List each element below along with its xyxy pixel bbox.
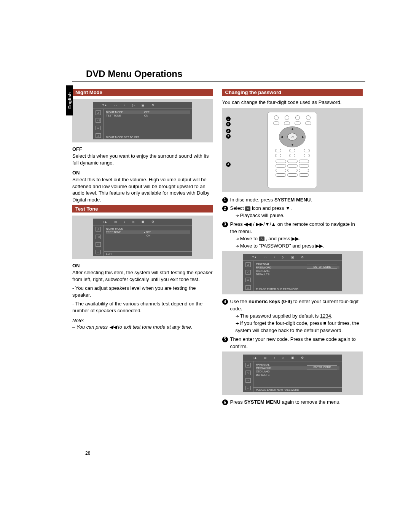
mute-icon: ◁ xyxy=(96,235,101,239)
enter-code-box: ENTER CODE xyxy=(307,365,337,369)
speaker-icon: A xyxy=(259,236,264,241)
step-4: 4 xyxy=(222,299,228,305)
remote-dpad: OK ▲ ▼ ◀ ▶ xyxy=(279,126,306,147)
callout-4: 4 xyxy=(226,162,231,167)
osd-item: DEFAULTS xyxy=(256,273,269,276)
osd-item: DEFAULTS xyxy=(256,374,269,376)
right-column: Changing the password You can change the… xyxy=(222,89,363,407)
on2-p1: After selecting this item, the system wi… xyxy=(72,269,213,283)
step-2: 2 xyxy=(222,206,228,211)
speaker-icon: A xyxy=(96,110,101,115)
step-5: 5 xyxy=(222,337,228,342)
osd-status: LEFT xyxy=(104,251,192,256)
on-heading: ON xyxy=(72,170,213,176)
language-tab: English xyxy=(66,85,73,115)
password-steps: 1 In disc mode, press SYSTEM MENU. 2 Sel… xyxy=(222,197,363,250)
remote-button xyxy=(273,121,279,125)
osd-item: PARENTAL xyxy=(256,363,269,366)
callout-3: 3 xyxy=(226,134,231,139)
off-heading: OFF xyxy=(72,146,213,152)
osd-item: OSD LANG xyxy=(256,370,269,373)
callout-1: 1 xyxy=(226,117,231,121)
home-icon: ⌂ xyxy=(96,250,101,254)
subtitle-icon: ▭ xyxy=(96,126,101,130)
enter-code-box: ENTER CODE xyxy=(307,265,337,269)
page-number: 28 xyxy=(85,451,90,456)
osd-item: OSD LANG xyxy=(256,270,269,272)
osd-row-label: TEST TONE xyxy=(106,114,133,117)
osd-row-value: ON xyxy=(147,234,151,237)
osd-status: PLEASE ENTER OLD PASSWORD xyxy=(253,287,342,291)
section-test-tone: Test Tone xyxy=(72,205,213,212)
ok-button: OK xyxy=(287,133,297,141)
remote-figure: 1 6 2 3 4 OK ▲ ▼ xyxy=(222,108,363,192)
step-6: 6 xyxy=(222,399,228,405)
on2-heading: ON xyxy=(72,263,213,268)
callout-6: 6 xyxy=(226,122,231,126)
osd-test-tone: T▲▭♪▷▣⚙ A ◁ ▭ ⌂ NIGHT MODE TEST TONE• OF… xyxy=(72,216,213,259)
osd-item: PARENTAL xyxy=(256,263,269,265)
osd-row-value: ON xyxy=(144,114,148,117)
osd-night-mode: T▲▭♪▷▣⚙ A ◁ ▭ ⌂ NIGHT MODEOFF TEST TONEO… xyxy=(72,99,213,142)
title-rule xyxy=(72,81,365,82)
subtitle-icon: ▭ xyxy=(96,242,101,247)
osd-row-label: NIGHT MODE xyxy=(106,111,133,113)
osd-sidebar: A ◁ ▭ ⌂ xyxy=(93,109,104,139)
step-3: 3 xyxy=(222,222,228,227)
step-1: 1 xyxy=(222,197,228,203)
osd-password-new: T▲▭♪▷▣⚙ A◁▭⌂ PARENTAL PASSWORD OSD LANG … xyxy=(222,351,363,395)
osd-top-icons: T▲▭♪▷▣⚙ xyxy=(93,102,192,109)
page-title: DVD Menu Operations xyxy=(72,69,365,79)
osd-status: NIGHT MODE SET TO OFF xyxy=(104,135,192,139)
off-text: Select this when you want to enjoy the s… xyxy=(72,153,213,166)
remote-button xyxy=(274,115,279,120)
osd-item: PASSWORD xyxy=(256,367,271,369)
speaker-icon: A xyxy=(245,206,250,211)
left-column: Night Mode T▲▭♪▷▣⚙ A ◁ ▭ ⌂ NI xyxy=(72,89,213,407)
section-password: Changing the password xyxy=(222,89,363,96)
osd-row-value: OFF xyxy=(144,111,150,113)
osd-password-old: T▲▭♪▷▣⚙ A◁▭⌂ PARENTAL PASSWORD OSD LANG … xyxy=(222,251,363,294)
on-text: Select this to level out the volume. Hig… xyxy=(72,176,213,203)
osd-row-label: NIGHT MODE xyxy=(106,227,133,230)
osd-item: PASSWORD xyxy=(256,266,271,269)
note: Note: – You can press ◀◀ to exit test to… xyxy=(72,317,213,331)
speaker-icon: A xyxy=(96,227,101,232)
on2-p3: - The availability of the various channe… xyxy=(72,300,213,314)
section-night-mode: Night Mode xyxy=(72,89,213,96)
remote-numpad xyxy=(271,160,314,177)
osd-status: PLEASE ENTER NEW PASSWORD xyxy=(253,387,342,392)
osd-row-label: TEST TONE xyxy=(106,231,133,233)
home-icon: ⌂ xyxy=(96,133,101,138)
password-intro: You can change the four-digit code used … xyxy=(222,99,363,106)
osd-top-icons: T▲▭♪▷▣⚙ xyxy=(93,219,192,225)
mute-icon: ◁ xyxy=(96,118,101,123)
osd-sidebar: A ◁ ▭ ⌂ xyxy=(93,225,104,256)
on2-p2: - You can adjust speakers level when you… xyxy=(72,285,213,298)
callout-2: 2 xyxy=(226,129,231,133)
